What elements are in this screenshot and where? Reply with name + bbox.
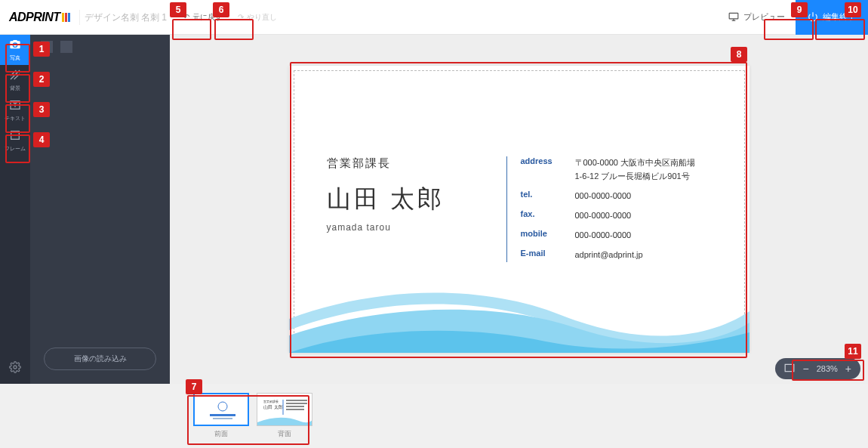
monitor-icon bbox=[728, 11, 739, 23]
rail-label: 背景 bbox=[10, 85, 20, 92]
svg-rect-24 bbox=[286, 406, 304, 407]
canvas-card[interactable]: 営業部課長 山田 太郎 yamada tarou address 〒000-00… bbox=[289, 66, 749, 353]
svg-point-4 bbox=[14, 43, 17, 46]
field-value-fax[interactable]: 000-0000-0000 bbox=[575, 209, 696, 223]
view-switch bbox=[30, 35, 170, 59]
field-label-mobile[interactable]: mobile bbox=[521, 229, 565, 238]
single-view-button[interactable] bbox=[60, 41, 72, 53]
card-content: 営業部課長 山田 太郎 yamada tarou address 〒000-00… bbox=[327, 156, 719, 262]
frame-icon bbox=[9, 129, 21, 144]
zoom-control: − 283% + bbox=[775, 358, 860, 379]
card-divider bbox=[506, 156, 507, 262]
field-value-mobile[interactable]: 000-0000-0000 bbox=[575, 229, 696, 243]
redo-button[interactable]: ↷ やり直し bbox=[230, 8, 285, 27]
document-title: デザイン名刺 名刺 1 bbox=[79, 10, 167, 25]
zoom-in-button[interactable]: + bbox=[845, 363, 851, 375]
field-label-tel[interactable]: tel. bbox=[521, 190, 565, 199]
canvas-area[interactable]: 営業部課長 山田 太郎 yamada tarou address 〒000-00… bbox=[170, 35, 868, 384]
grid-view-button[interactable] bbox=[41, 41, 53, 53]
logo: ADPRINT bbox=[0, 11, 79, 24]
side-panel: 画像の読み込み bbox=[30, 35, 170, 384]
svg-rect-25 bbox=[286, 409, 304, 410]
thumb-front-image bbox=[193, 393, 249, 426]
undo-label: 元に戻す bbox=[192, 12, 223, 23]
power-icon bbox=[808, 11, 818, 23]
card-role[interactable]: 営業部課長 bbox=[327, 156, 493, 171]
rail-item-text[interactable]: テキスト bbox=[0, 95, 30, 125]
tool-rail: 写真 背景 テキスト フレーム bbox=[0, 35, 30, 384]
svg-point-12 bbox=[14, 366, 17, 369]
thumb-front-label: 前面 bbox=[214, 429, 228, 439]
history-buttons: ↶ 元に戻す ↷ やり直し bbox=[176, 8, 285, 27]
settings-button[interactable] bbox=[0, 354, 30, 384]
card-wave-graphic bbox=[289, 281, 749, 353]
zoom-value: 283% bbox=[817, 364, 838, 373]
svg-text:営業部課長: 営業部課長 bbox=[263, 400, 279, 403]
undo-button[interactable]: ↶ 元に戻す bbox=[176, 8, 230, 27]
card-name-en[interactable]: yamada tarou bbox=[327, 222, 493, 233]
rail-label: 写真 bbox=[10, 54, 20, 62]
text-icon bbox=[9, 99, 21, 113]
rail-item-photo[interactable]: 写真 bbox=[0, 35, 30, 65]
svg-rect-17 bbox=[213, 418, 232, 419]
svg-rect-16 bbox=[210, 414, 235, 416]
thumb-back-image: 営業部課長山田 太郎 bbox=[257, 393, 312, 426]
done-button[interactable]: 編集終了 bbox=[796, 0, 868, 35]
svg-rect-13 bbox=[786, 364, 795, 371]
preview-label: プレビュー bbox=[743, 11, 785, 23]
field-label-email[interactable]: E-mail bbox=[521, 249, 565, 258]
svg-rect-22 bbox=[286, 400, 307, 401]
thumb-back-label: 背面 bbox=[278, 429, 291, 439]
field-value-tel[interactable]: 000-0000-0000 bbox=[575, 190, 696, 203]
field-value-address[interactable]: 〒000-0000 大阪市中央区南船場 1-6-12 ブルー長堀橋ビル901号 bbox=[575, 156, 696, 183]
texture-icon bbox=[9, 69, 21, 83]
main-area: 写真 背景 テキスト フレーム 画像の読み込み bbox=[0, 35, 868, 384]
redo-label: やり直し bbox=[247, 12, 277, 23]
card-fields: address 〒000-0000 大阪市中央区南船場 1-6-12 ブルー長堀… bbox=[521, 156, 696, 262]
card-name-jp[interactable]: 山田 太郎 bbox=[327, 183, 493, 216]
rail-item-frame[interactable]: フレーム bbox=[0, 125, 30, 156]
field-label-address[interactable]: address bbox=[521, 156, 565, 165]
rail-item-background[interactable]: 背景 bbox=[0, 65, 30, 95]
gear-icon bbox=[9, 361, 21, 376]
svg-rect-0 bbox=[729, 13, 738, 19]
load-image-button[interactable]: 画像の読み込み bbox=[44, 348, 156, 370]
zoom-out-button[interactable]: − bbox=[802, 363, 808, 375]
thumb-back[interactable]: 営業部課長山田 太郎 背面 bbox=[257, 393, 312, 439]
redo-icon: ↷ bbox=[238, 13, 244, 21]
top-bar: ADPRINT デザイン名刺 名刺 1 ↶ 元に戻す ↷ やり直し プレビュー … bbox=[0, 0, 868, 35]
thumb-front[interactable]: 前面 bbox=[193, 393, 249, 439]
fit-icon[interactable] bbox=[784, 363, 795, 374]
svg-rect-14 bbox=[195, 394, 249, 426]
rail-label: テキスト bbox=[5, 115, 26, 122]
svg-rect-23 bbox=[286, 403, 307, 404]
done-label: 編集終了 bbox=[823, 11, 856, 23]
svg-rect-11 bbox=[11, 131, 20, 139]
field-value-email[interactable]: adprint@adprint.jp bbox=[575, 249, 696, 262]
page-thumbnails: 前面 営業部課長山田 太郎 背面 bbox=[0, 384, 868, 448]
preview-button[interactable]: プレビュー bbox=[718, 5, 796, 29]
camera-icon bbox=[9, 39, 21, 53]
svg-text:山田 太郎: 山田 太郎 bbox=[263, 404, 283, 409]
rail-label: フレーム bbox=[5, 145, 26, 153]
undo-icon: ↶ bbox=[183, 13, 189, 21]
field-label-fax[interactable]: fax. bbox=[521, 209, 565, 218]
